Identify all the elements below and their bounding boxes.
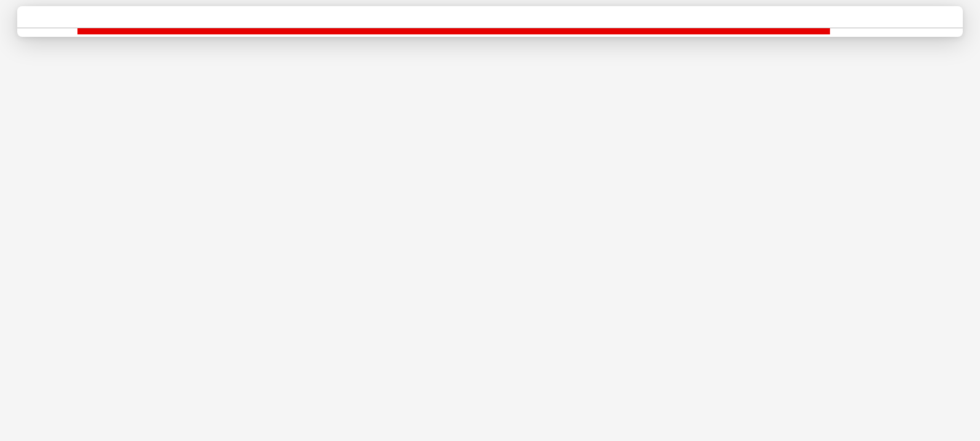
plist-editor-panel [17,6,963,37]
highlight-box [77,28,830,34]
table-header-row [17,6,963,28]
